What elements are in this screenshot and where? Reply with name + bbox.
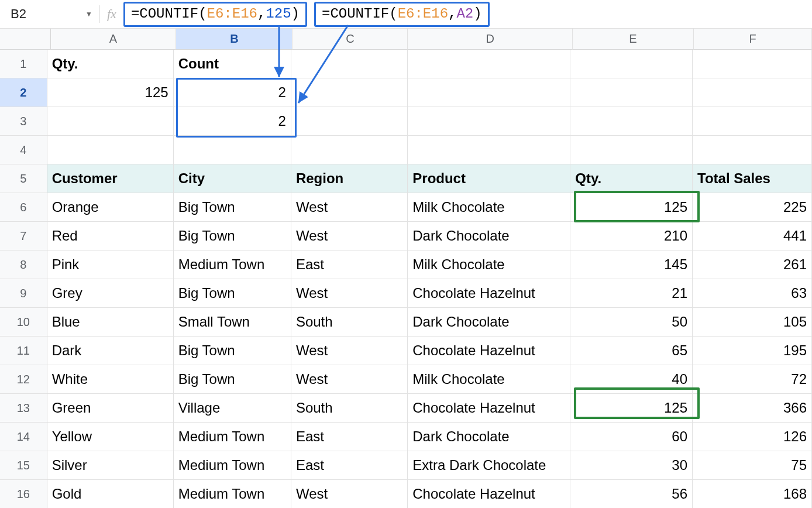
- select-all-corner[interactable]: [0, 29, 51, 50]
- row-head-14[interactable]: 14: [0, 423, 47, 451]
- cell-e14[interactable]: 60: [570, 423, 693, 451]
- cell-c1[interactable]: [291, 50, 408, 78]
- cell-d5[interactable]: Product: [408, 164, 570, 193]
- row-head-3[interactable]: 3: [0, 107, 47, 136]
- cell-a11[interactable]: Dark: [47, 337, 174, 365]
- cell-a13[interactable]: Green: [47, 394, 174, 423]
- cell-a6[interactable]: Orange: [47, 193, 174, 222]
- row-head-1[interactable]: 1: [0, 50, 47, 78]
- cell-f3[interactable]: [693, 107, 812, 136]
- cell-d2[interactable]: [408, 78, 570, 107]
- cell-c3[interactable]: [291, 107, 408, 136]
- cell-f16[interactable]: 168: [693, 480, 812, 508]
- cell-b2[interactable]: 2: [174, 78, 291, 107]
- cell-d9[interactable]: Chocolate Hazelnut: [408, 279, 570, 308]
- cell-a3[interactable]: [47, 107, 174, 136]
- cell-c14[interactable]: East: [291, 423, 408, 451]
- cell-b13[interactable]: Village: [174, 394, 291, 423]
- cell-e8[interactable]: 145: [570, 250, 693, 279]
- cell-f7[interactable]: 441: [693, 222, 812, 250]
- cell-a1[interactable]: Qty.: [47, 50, 174, 78]
- cell-c16[interactable]: West: [291, 480, 408, 508]
- cell-d16[interactable]: Chocolate Hazelnut: [408, 480, 570, 508]
- cell-a5[interactable]: Customer: [47, 164, 174, 193]
- cell-b7[interactable]: Big Town: [174, 222, 291, 250]
- cell-f6[interactable]: 225: [693, 193, 812, 222]
- cell-f5[interactable]: Total Sales: [693, 164, 812, 193]
- cell-a16[interactable]: Gold: [47, 480, 174, 508]
- cell-e9[interactable]: 21: [570, 279, 693, 308]
- cell-b11[interactable]: Big Town: [174, 337, 291, 365]
- cell-d14[interactable]: Dark Chocolate: [408, 423, 570, 451]
- row-head-15[interactable]: 15: [0, 451, 47, 480]
- cell-c8[interactable]: East: [291, 250, 408, 279]
- cell-c12[interactable]: West: [291, 365, 408, 394]
- cell-a8[interactable]: Pink: [47, 250, 174, 279]
- cell-e3[interactable]: [570, 107, 693, 136]
- cell-e10[interactable]: 50: [570, 308, 693, 337]
- cell-e12[interactable]: 40: [570, 365, 693, 394]
- cell-a12[interactable]: White: [47, 365, 174, 394]
- cell-f2[interactable]: [693, 78, 812, 107]
- cell-e1[interactable]: [570, 50, 693, 78]
- cell-a14[interactable]: Yellow: [47, 423, 174, 451]
- cell-f14[interactable]: 126: [693, 423, 812, 451]
- cell-b14[interactable]: Medium Town: [174, 423, 291, 451]
- chevron-down-icon[interactable]: ▼: [85, 10, 92, 18]
- cell-b8[interactable]: Medium Town: [174, 250, 291, 279]
- cell-c6[interactable]: West: [291, 193, 408, 222]
- cell-c13[interactable]: South: [291, 394, 408, 423]
- cell-d10[interactable]: Dark Chocolate: [408, 308, 570, 337]
- row-head-13[interactable]: 13: [0, 394, 47, 423]
- cell-f11[interactable]: 195: [693, 337, 812, 365]
- cell-f4[interactable]: [693, 136, 812, 164]
- cell-f13[interactable]: 366: [693, 394, 812, 423]
- row-head-10[interactable]: 10: [0, 308, 47, 337]
- cell-e13[interactable]: 125: [570, 394, 693, 423]
- row-head-12[interactable]: 12: [0, 365, 47, 394]
- cell-e15[interactable]: 30: [570, 451, 693, 480]
- row-head-5[interactable]: 5: [0, 164, 47, 193]
- row-head-8[interactable]: 8: [0, 250, 47, 279]
- cell-c4[interactable]: [291, 136, 408, 164]
- fx-icon[interactable]: fx: [107, 6, 116, 22]
- cell-d1[interactable]: [408, 50, 570, 78]
- row-head-4[interactable]: 4: [0, 136, 47, 164]
- cell-d6[interactable]: Milk Chocolate: [408, 193, 570, 222]
- cell-b4[interactable]: [174, 136, 291, 164]
- cell-d12[interactable]: Milk Chocolate: [408, 365, 570, 394]
- cell-a7[interactable]: Red: [47, 222, 174, 250]
- cell-f12[interactable]: 72: [693, 365, 812, 394]
- cell-b3[interactable]: 2: [174, 107, 291, 136]
- cell-d3[interactable]: [408, 107, 570, 136]
- row-head-11[interactable]: 11: [0, 337, 47, 365]
- cell-e6[interactable]: 125: [570, 193, 693, 222]
- cell-a15[interactable]: Silver: [47, 451, 174, 480]
- cell-a2[interactable]: 125: [47, 78, 174, 107]
- col-head-e[interactable]: E: [573, 29, 694, 50]
- cell-a4[interactable]: [47, 136, 174, 164]
- cell-f9[interactable]: 63: [693, 279, 812, 308]
- cell-f1[interactable]: [693, 50, 812, 78]
- row-head-6[interactable]: 6: [0, 193, 47, 222]
- cell-c15[interactable]: East: [291, 451, 408, 480]
- cell-e16[interactable]: 56: [570, 480, 693, 508]
- cell-d4[interactable]: [408, 136, 570, 164]
- cell-a10[interactable]: Blue: [47, 308, 174, 337]
- cell-b1[interactable]: Count: [174, 50, 291, 78]
- cell-e2[interactable]: [570, 78, 693, 107]
- cell-d11[interactable]: Chocolate Hazelnut: [408, 337, 570, 365]
- cell-f10[interactable]: 105: [693, 308, 812, 337]
- spreadsheet-grid[interactable]: A B C D E F 1 Qty. Count 2 125 2: [0, 29, 812, 508]
- col-head-d[interactable]: D: [408, 29, 573, 50]
- cell-e7[interactable]: 210: [570, 222, 693, 250]
- cell-b12[interactable]: Big Town: [174, 365, 291, 394]
- row-head-7[interactable]: 7: [0, 222, 47, 250]
- cell-e5[interactable]: Qty.: [570, 164, 693, 193]
- name-box[interactable]: B2 ▼: [11, 6, 92, 22]
- cell-c7[interactable]: West: [291, 222, 408, 250]
- cell-f8[interactable]: 261: [693, 250, 812, 279]
- col-head-a[interactable]: A: [51, 29, 177, 50]
- col-head-c[interactable]: C: [293, 29, 408, 50]
- cell-b5[interactable]: City: [174, 164, 291, 193]
